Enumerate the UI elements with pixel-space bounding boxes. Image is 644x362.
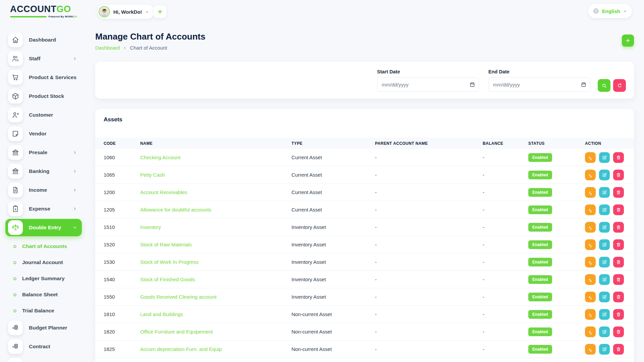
sidebar-item-income[interactable]: Income [5,183,82,197]
cell-name: Goods Received Clearing account [140,294,291,300]
status-badge: Enabled [528,205,552,214]
cell-actions [585,292,626,302]
sidebar-item-label: Product & Services [29,74,76,80]
start-date-label: Start Date [377,69,479,74]
column-header-name: NAME [140,141,291,146]
account-name-link[interactable]: Account Receivables [140,189,187,195]
cell-parent-account: - [375,311,483,317]
sidebar-subitem-trial-balance[interactable]: Trial Balance [13,303,82,318]
cell-name: Checking Account [140,155,291,160]
account-name-link[interactable]: Stock of Work In Progress [140,259,199,265]
edit-button[interactable] [599,344,610,355]
delete-button[interactable] [613,222,624,233]
cell-type: Current Asset [291,172,375,178]
table-row: 1810Land and BuildingsNon-current Asset-… [95,306,634,323]
table-row: 1825Accum.depreciation-Furn. and EquipNo… [95,341,634,358]
start-date-input[interactable] [377,77,479,92]
add-account-button[interactable] [622,35,634,47]
account-name-link[interactable]: Stock of Raw Materials [140,242,192,247]
breadcrumb-home-link[interactable]: Dashboard [95,45,120,51]
account-name-link[interactable]: Allowance for doubtful accounts [140,207,211,213]
search-button[interactable] [598,79,610,92]
activity-button[interactable] [585,292,596,302]
reset-button[interactable] [613,79,626,92]
cell-code: 1200 [104,189,140,195]
bullet-icon [13,245,16,248]
account-name-link[interactable]: Petty Cash [140,172,165,178]
sidebar-item-expense[interactable]: $Expense [5,201,82,216]
cell-name: Petty Cash [140,172,291,178]
delete-button[interactable] [613,274,624,285]
account-name-link[interactable]: Inventory [140,224,161,230]
edit-icon [602,294,607,300]
activity-button[interactable] [585,239,596,250]
activity-icon [588,190,593,195]
sidebar-item-contract[interactable]: $Contract [5,339,82,354]
edit-button[interactable] [599,309,610,320]
sidebar-item-double-entry[interactable]: Double Entry [5,219,82,236]
activity-button[interactable] [585,274,596,285]
edit-button[interactable] [599,292,610,302]
activity-button[interactable] [585,257,596,267]
sidebar-item-banking[interactable]: Banking [5,164,82,179]
trash-icon [616,294,621,300]
activity-button[interactable] [585,152,596,163]
delete-button[interactable] [613,152,624,163]
edit-button[interactable] [599,152,610,163]
delete-button[interactable] [613,170,624,180]
activity-button[interactable] [585,326,596,337]
sidebar-item-presale[interactable]: Presale [5,145,82,160]
status-badge: Enabled [528,345,552,354]
cell-type: Non-current Asset [291,311,375,317]
trash-icon [616,207,621,213]
activity-button[interactable] [585,344,596,355]
account-name-link[interactable]: Land and Buildings [140,311,183,317]
sidebar-item-staff[interactable]: Staff [5,51,82,66]
sidebar-subitem-ledger-summary[interactable]: Ledger Summary [13,271,82,286]
delete-button[interactable] [613,344,624,355]
calendar-icon[interactable] [469,81,475,87]
sidebar-item-vendor[interactable]: Vendor [5,126,82,141]
sidebar-item-product-services[interactable]: Product & Services [5,70,82,85]
sidebar-item-product-stock[interactable]: Product Stock [5,89,82,104]
delete-button[interactable] [613,309,624,320]
account-name-link[interactable]: Stock of Finished Goods [140,277,195,282]
delete-button[interactable] [613,204,624,215]
sidebar-item-budget-planner[interactable]: $Budget Planner [5,320,82,335]
edit-button[interactable] [599,257,610,267]
sidebar-subitem-chart-of-accounts[interactable]: Chart of Accounts [13,239,82,254]
activity-button[interactable] [585,170,596,180]
edit-button[interactable] [599,326,610,337]
cell-parent-account: - [375,294,483,300]
delete-button[interactable] [613,239,624,250]
trash-icon [616,277,621,282]
delete-button[interactable] [613,326,624,337]
edit-button[interactable] [599,239,610,250]
sidebar-subitem-balance-sheet[interactable]: Balance Sheet [13,287,82,302]
account-name-link[interactable]: Accum.depreciation-Furn. and Equip [140,346,222,352]
activity-button[interactable] [585,222,596,233]
edit-button[interactable] [599,170,610,180]
delete-button[interactable] [613,292,624,302]
end-date-input[interactable] [488,77,590,92]
calendar-icon[interactable] [581,81,587,87]
sidebar-item-partial[interactable]: $ [5,358,82,362]
edit-button[interactable] [599,187,610,198]
account-name-link[interactable]: Goods Received Clearing account [140,294,217,300]
sidebar-subitem-label: Ledger Summary [22,276,65,282]
sidebar-subitem-journal-account[interactable]: Journal Account [13,255,82,270]
delete-button[interactable] [613,187,624,198]
activity-button[interactable] [585,309,596,320]
edit-button[interactable] [599,222,610,233]
activity-button[interactable] [585,204,596,215]
sidebar-item-customer[interactable]: Customer [5,108,82,122]
account-name-link[interactable]: Checking Account [140,155,180,160]
edit-button[interactable] [599,204,610,215]
sidebar-item-dashboard[interactable]: Dashboard [5,33,82,47]
cell-type: Non-current Asset [291,346,375,352]
delete-button[interactable] [613,257,624,267]
activity-button[interactable] [585,187,596,198]
edit-button[interactable] [599,274,610,285]
cell-parent-account: - [375,155,483,160]
account-name-link[interactable]: Office Furniture and Equipement [140,329,213,335]
